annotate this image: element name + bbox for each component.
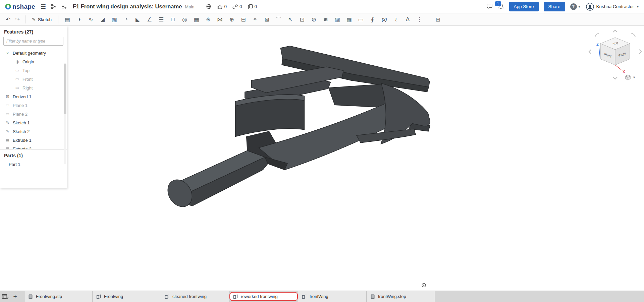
feature-item-derived-1[interactable]: ⊡Derived 1 (0, 92, 67, 101)
curve-icon[interactable]: ≀ (390, 13, 402, 25)
scrollbar-thumb[interactable] (64, 64, 66, 114)
feature-label: Sketch 2 (13, 129, 30, 134)
move-face-icon[interactable]: ↖ (284, 13, 296, 25)
variable-icon[interactable]: (x) (378, 13, 390, 25)
boolean-icon[interactable]: ⊕ (226, 13, 237, 25)
feature-item-origin[interactable]: ◎Origin (0, 57, 67, 66)
split-icon[interactable]: ⊟ (237, 13, 249, 25)
app-store-button[interactable]: App Store (509, 2, 539, 11)
view-cube-icon (625, 74, 631, 81)
rotate-down-arrow[interactable] (613, 77, 617, 79)
sweep-icon[interactable]: ∿ (85, 13, 97, 25)
shell-icon[interactable]: □ (167, 13, 179, 25)
feature-tree: ∨Default geometry◎Origin▭Top▭Front▭Right… (0, 49, 67, 149)
onshape-logo[interactable]: nshape (5, 3, 35, 10)
feature-item-front[interactable]: ▭Front (0, 75, 67, 83)
add-tab-button[interactable]: + (10, 291, 20, 302)
plane-icon: ▭ (5, 112, 10, 116)
version-tree-icon[interactable] (51, 4, 56, 9)
mirror-icon[interactable]: ⋈ (214, 13, 226, 25)
insert-version-icon[interactable] (61, 4, 67, 9)
modify-fillet-icon[interactable]: ⌒ (273, 13, 284, 25)
features-scrollbar[interactable] (64, 63, 66, 164)
sketch-icon: ✎ (5, 129, 10, 134)
fillet-icon[interactable]: ◔ (120, 13, 132, 25)
feature-item-extrude-2[interactable]: ▤Extrude 2 (0, 144, 67, 149)
user-menu[interactable]: Krishna Contractor ▼ (586, 3, 639, 11)
parts-section: Parts (1) Part 1 (0, 149, 67, 169)
tab-frontwing-stp[interactable]: Frontwing.stp (24, 291, 93, 302)
custom-feature-icon[interactable]: ⊞ (432, 13, 444, 25)
hole-icon[interactable]: ◎ (179, 13, 191, 25)
notification-badge: 1 (495, 1, 501, 6)
comment-icon[interactable] (486, 3, 493, 10)
helix-icon[interactable]: ∮ (367, 13, 378, 25)
rotate-left-arrow[interactable] (589, 50, 591, 54)
thicken-icon[interactable]: ▧ (108, 13, 120, 25)
link-count[interactable]: 0 (232, 4, 242, 9)
plane-icon[interactable]: ▭ (355, 13, 367, 25)
feature-label: Plane 2 (13, 112, 28, 117)
help-menu[interactable]: ? ▼ (570, 3, 581, 10)
feature-item-plane-2[interactable]: ▭Plane 2 (0, 110, 67, 118)
revolve-icon[interactable]: ◑ (73, 13, 85, 25)
chamfer-icon[interactable]: ◣ (132, 13, 144, 25)
roll-cw-arrow[interactable] (631, 33, 635, 37)
pencil-icon: ✎ (32, 17, 36, 22)
feature-item-top[interactable]: ▭Top (0, 66, 67, 75)
roll-ccw-arrow[interactable] (595, 33, 599, 37)
like-count[interactable]: 0 (217, 4, 227, 9)
draft-icon[interactable]: ∠ (144, 13, 155, 25)
delete-face-icon[interactable]: ⊘ (308, 13, 320, 25)
offset-surface-icon[interactable]: ≋ (320, 13, 331, 25)
tab-cleaned-frontwing[interactable]: cleaned frontwing (161, 291, 229, 302)
chevron-icon[interactable]: ∨ (5, 51, 10, 55)
workspace-name[interactable]: Main (185, 4, 194, 9)
tab-frontwing[interactable]: frontWing (298, 291, 367, 302)
sketch-button[interactable]: ✎ Sketch (29, 15, 55, 23)
model-canvas[interactable] (0, 0, 644, 302)
copy-count[interactable]: 0 (248, 4, 257, 9)
tab-frontwing-step[interactable]: frontWing.step (367, 291, 435, 302)
feature-item-right[interactable]: ▭Right (0, 83, 67, 92)
delete-part-icon[interactable]: ⊠ (261, 13, 273, 25)
feature-item-sketch-1[interactable]: ✎Sketch 1 (0, 118, 67, 127)
replace-face-icon[interactable]: ⊡ (296, 13, 308, 25)
loft-icon[interactable]: ◢ (97, 13, 108, 25)
tab-manager-icon[interactable] (0, 291, 10, 302)
public-globe-icon[interactable] (206, 4, 212, 9)
redo-button[interactable]: ↷ (13, 16, 22, 23)
tab-frontwing[interactable]: Frontwing (93, 291, 161, 302)
fill-surface-icon[interactable]: ▩ (343, 13, 355, 25)
notifications-bell-icon[interactable]: 1 (498, 3, 504, 10)
share-button[interactable]: Share (544, 2, 565, 11)
part-studio-icon (233, 294, 238, 299)
undo-button[interactable]: ↶ (3, 16, 13, 23)
sketch-icon: ✎ (5, 120, 10, 125)
f1-front-wing-model[interactable] (163, 46, 430, 211)
composite-curve-icon[interactable]: ⋮ (414, 13, 425, 25)
extrude-icon[interactable]: ▤ (61, 13, 73, 25)
tab-label: Frontwing.stp (36, 294, 62, 299)
circular-pattern-icon[interactable]: ✳ (202, 13, 214, 25)
projected-curve-icon[interactable]: ∆ (402, 13, 414, 25)
main-menu-icon[interactable]: ☰ (41, 3, 46, 10)
feature-item-sketch-2[interactable]: ✎Sketch 2 (0, 127, 67, 136)
tab-reworked-frontwing[interactable]: reworked frontwing (229, 292, 298, 301)
features-filter-input[interactable] (3, 37, 63, 46)
part-label: Part 1 (9, 162, 20, 167)
view-options-menu[interactable]: ▼ (625, 74, 636, 81)
transform-icon[interactable]: ⌖ (249, 13, 261, 25)
boundary-surface-icon[interactable]: ▨ (331, 13, 343, 25)
rotate-right-arrow[interactable] (639, 50, 641, 54)
rib-icon[interactable]: ☰ (155, 13, 167, 25)
linear-pattern-icon[interactable]: ▦ (191, 13, 202, 25)
canvas-target-dot[interactable] (422, 283, 426, 287)
feature-item-default-geometry[interactable]: ∨Default geometry (0, 49, 67, 57)
part-item-part-1[interactable]: Part 1 (0, 160, 67, 169)
plane-icon: ▭ (5, 103, 10, 108)
feature-label: Right (22, 85, 33, 90)
feature-item-extrude-1[interactable]: ▤Extrude 1 (0, 136, 67, 144)
rotate-up-arrow[interactable] (613, 30, 617, 32)
feature-item-plane-1[interactable]: ▭Plane 1 (0, 101, 67, 110)
